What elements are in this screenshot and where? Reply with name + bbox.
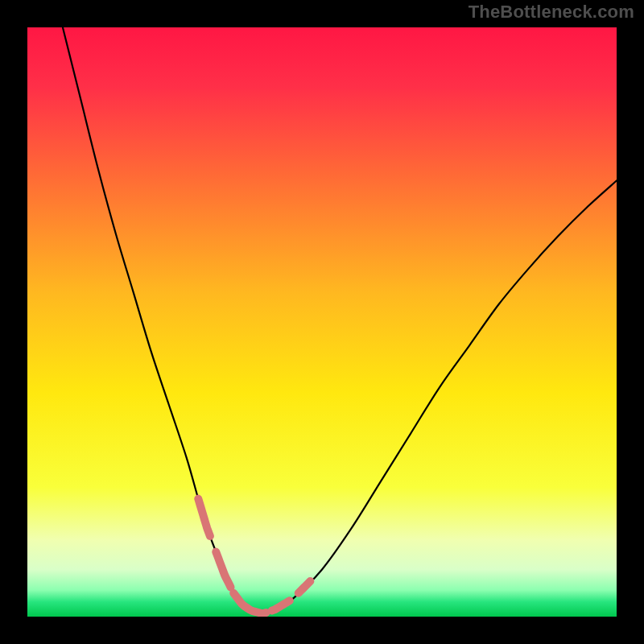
dash-segment <box>233 593 266 614</box>
bottleneck-curve <box>63 27 617 613</box>
dash-overlay <box>198 499 310 614</box>
watermark-text: TheBottleneck.com <box>469 2 634 23</box>
dash-segment <box>198 499 210 536</box>
dash-segment <box>216 551 230 587</box>
outer-frame: TheBottleneck.com <box>0 0 644 644</box>
curve-layer <box>27 27 617 617</box>
plot-area <box>27 27 617 617</box>
dash-segment <box>272 601 290 610</box>
dash-segment <box>299 581 311 593</box>
